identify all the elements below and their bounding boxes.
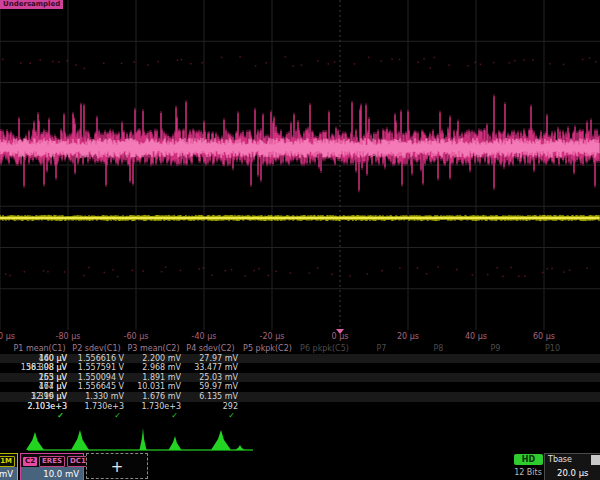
measurement-histicons: [0, 422, 600, 453]
time-axis-label: 40 µs: [465, 332, 487, 341]
time-axis-label: -40 µs: [192, 332, 217, 341]
undersampled-badge: Undersampled: [0, 0, 63, 9]
timebase-value: 20.0 µs: [545, 466, 600, 480]
measurement-value: 1.730e+3: [70, 402, 124, 412]
time-axis: -100 µs-80 µs-60 µs-40 µs-20 µs0 µs20 µs…: [0, 329, 600, 344]
measurement-value: 1.556616 V: [70, 354, 124, 364]
param-header-10[interactable]: P10: [512, 344, 593, 354]
measurement-value: 1.330 mV: [70, 392, 124, 402]
status-check-icon: ✓: [70, 411, 121, 421]
measurement-value: 158.308 µV: [13, 363, 67, 373]
measurement-value: 6.135 mV: [184, 392, 238, 402]
measurement-row: 363.98 µV158.308 µV1.557591 V2.968 mV33.…: [0, 363, 600, 373]
measurement-value: 160 µV: [13, 354, 67, 364]
measurement-status-row: ✓✓✓✓✓: [0, 411, 600, 421]
measurement-value: 155 µV: [13, 373, 67, 383]
time-axis-label: 0 µs: [332, 332, 349, 341]
measurement-value: 1.399 µV: [13, 392, 67, 402]
status-check-icon: ✓: [127, 411, 178, 421]
measurement-value: 167 µV: [13, 382, 67, 392]
time-axis-label: 60 µs: [533, 332, 555, 341]
waveform-grid: Undersampled: [0, 0, 600, 330]
c2-eres-chip: ERES: [39, 456, 65, 467]
c1-scale-value: 10.0 mV: [0, 467, 17, 480]
measurement-value: 292: [184, 402, 238, 412]
measurement-value: 27.97 mV: [184, 354, 238, 364]
measurement-value: 1.550094 V: [70, 373, 124, 383]
measurement-value: 25.03 mV: [184, 373, 238, 383]
measurement-value: 59.97 mV: [184, 382, 238, 392]
c2-label-chip: C2: [23, 457, 37, 466]
measurement-value: 33.477 mV: [184, 363, 238, 373]
c1-coupling-chip: DC1M: [0, 456, 15, 467]
measurement-value: 2.968 mV: [127, 363, 181, 373]
measurement-value: 1.556645 V: [70, 382, 124, 392]
measurement-row: 440 µV160 µV1.556616 V2.200 mV27.97 mV: [0, 354, 600, 364]
measurement-row: 2.103e+32.103e+31.730e+31.730e+3292: [0, 402, 600, 412]
measurement-value: 2.103e+3: [13, 402, 67, 412]
measurement-table: P1 mean(C1)P2 sdev(C1)P3 mean(C2)P4 sdev…: [0, 344, 600, 422]
c2-scale-value: 10.0 mV: [21, 467, 83, 480]
measurement-value: 1.730e+3: [127, 402, 181, 412]
time-axis-label: -60 µs: [124, 332, 149, 341]
timebase-header-strip: [591, 455, 600, 465]
add-trace-button[interactable]: +: [86, 453, 148, 479]
time-axis-label: -80 µs: [56, 332, 81, 341]
measurement-row: 32.16 µV1.399 µV1.330 mV1.676 mV6.135 mV: [0, 392, 600, 402]
channel-c1-descriptor[interactable]: DC1M 10.0 mV: [0, 453, 18, 480]
status-check-icon: ✓: [13, 411, 64, 421]
measurement-value: 10.031 mV: [127, 382, 181, 392]
measurement-value: 1.891 mV: [127, 373, 181, 383]
hd-mode-badge[interactable]: HD: [514, 454, 543, 465]
waveform-plot: [0, 0, 600, 330]
descriptor-bar: DC1M 10.0 mV C2 ERES DC1M 10.0 mV + HD 1…: [0, 453, 600, 480]
timebase-label: Tbase: [548, 455, 572, 464]
measurement-row: 474 µV167 µV1.556645 V10.031 mV59.97 mV: [0, 382, 600, 392]
hd-bits-label: 12 Bits: [508, 468, 548, 477]
measurement-row: 263 µV155 µV1.550094 V1.891 mV25.03 mV: [0, 373, 600, 383]
time-axis-label: -100 µs: [0, 332, 15, 341]
status-check-icon: ✓: [184, 411, 235, 421]
measurement-header-row: P1 mean(C1)P2 sdev(C1)P3 mean(C2)P4 sdev…: [0, 344, 600, 354]
channel-c2-descriptor[interactable]: C2 ERES DC1M 10.0 mV: [20, 453, 84, 480]
measurement-value: 1.557591 V: [70, 363, 124, 373]
measurement-value: 1.676 mV: [127, 392, 181, 402]
time-axis-label: 20 µs: [397, 332, 419, 341]
measurement-value: 2.200 mV: [127, 354, 181, 364]
timebase-descriptor[interactable]: Tbase 20.0 µs: [544, 453, 600, 480]
time-axis-label: -20 µs: [260, 332, 285, 341]
oscilloscope-screen: Undersampled -100 µs-80 µs-60 µs-40 µs-2…: [0, 0, 600, 480]
